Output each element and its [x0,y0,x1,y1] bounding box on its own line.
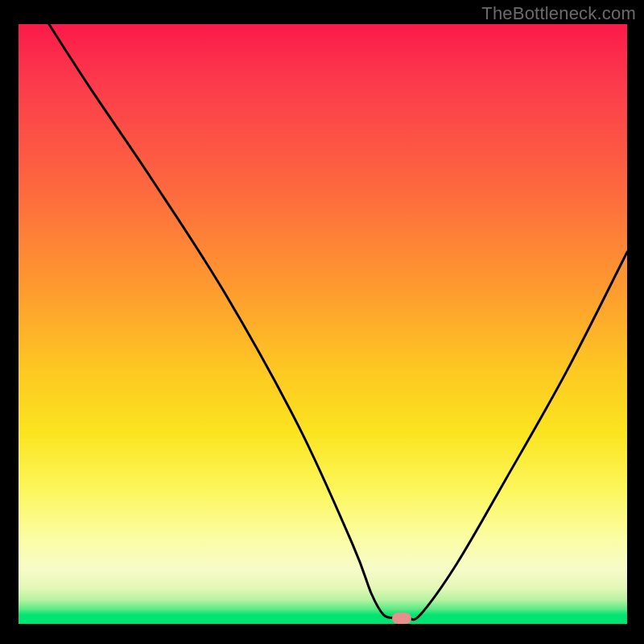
chart-frame: TheBottleneck.com [0,0,644,644]
optimal-marker [392,613,411,624]
watermark-text: TheBottleneck.com [481,3,636,24]
bottleneck-curve [19,24,627,624]
plot-area [19,24,627,624]
